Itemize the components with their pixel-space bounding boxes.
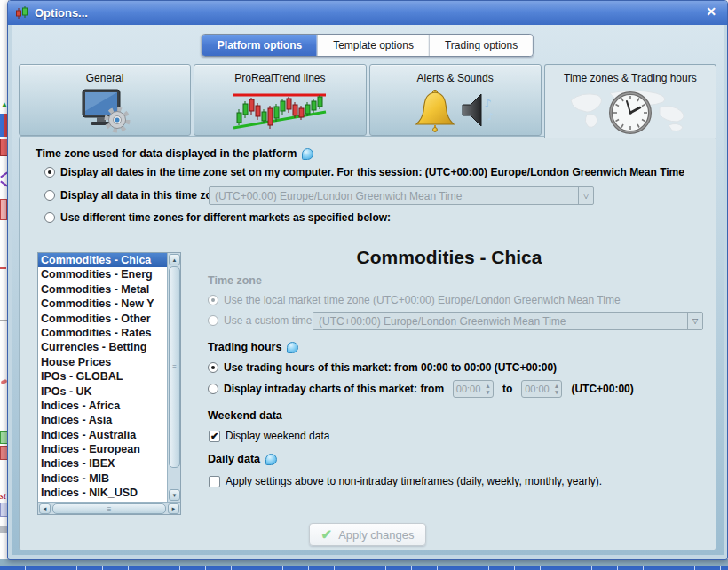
- to-time-spinner[interactable]: 00:00 ▴ ▾: [521, 380, 562, 398]
- timezone-dropdown-value: (UTC+00:00) Europe/London Greenwich Mean…: [210, 190, 578, 202]
- weekend-heading-label: Weekend data: [208, 409, 282, 422]
- trend-chart-icon: [194, 88, 365, 132]
- tab-general[interactable]: General: [19, 64, 191, 136]
- list-item-market[interactable]: Commodities - Metal: [38, 282, 167, 297]
- monitor-gear-icon: [20, 88, 190, 134]
- radio-intraday-hours[interactable]: Display intraday charts of this market: …: [208, 380, 634, 398]
- list-item-market[interactable]: Indices - Africa: [38, 399, 167, 413]
- list-item-market[interactable]: Indices - NIK_USD: [38, 486, 167, 500]
- radio-computer-timezone[interactable]: Display all dates in the time zone set o…: [44, 166, 684, 178]
- dialog-titlebar[interactable]: Options... ✕: [8, 1, 727, 25]
- daily-data-heading: Daily data: [208, 453, 277, 465]
- list-item-market[interactable]: Currencies - Betting: [38, 340, 167, 354]
- spinner-arrows-icon[interactable]: ▴ ▾: [551, 383, 561, 395]
- checkbox-checked[interactable]: ✔: [209, 431, 220, 442]
- list-item-market[interactable]: Commodities - Other: [38, 312, 167, 326]
- list-item-market[interactable]: Indices - MIB: [38, 471, 167, 486]
- to-time-value: 00:00: [522, 384, 551, 394]
- list-item-market[interactable]: Indices - Australia: [38, 428, 167, 442]
- scroll-down-icon[interactable]: ▼: [169, 489, 180, 501]
- help-bubble-icon[interactable]: [302, 148, 313, 160]
- from-time-spinner[interactable]: 00:00 ▴ ▾: [453, 380, 494, 398]
- background-cutoff-label: st: [0, 491, 6, 501]
- apply-changes-button[interactable]: ✔ Apply changes: [309, 523, 426, 546]
- timezone-section-label: Time zone used for data displayed in the…: [36, 147, 297, 160]
- list-item-market[interactable]: IPOs - GLOBAL: [38, 369, 167, 384]
- radio-per-market-timezone[interactable]: Use different time zones for different m…: [44, 211, 391, 224]
- dropdown-arrow-icon[interactable]: ▽: [687, 313, 702, 329]
- tab-alerts-sounds[interactable]: Alerts & Sounds: [369, 64, 542, 136]
- bell-speaker-icon: ♪ ♪: [370, 88, 541, 132]
- list-item-market[interactable]: IPOs - UK: [38, 384, 167, 399]
- radio-button[interactable]: [44, 190, 55, 201]
- scroll-left-icon[interactable]: ◄: [39, 503, 51, 514]
- radio-button[interactable]: [208, 315, 218, 326]
- list-item-market[interactable]: Commodities - Energ: [38, 267, 167, 281]
- time-zones-panel: Time zone used for data displayed in the…: [19, 136, 716, 550]
- weekend-checkbox-label: Display weekend data: [226, 430, 329, 442]
- timezone-section-title: Time zone used for data displayed in the…: [36, 147, 313, 160]
- tab-template-options[interactable]: Template options: [317, 35, 429, 56]
- music-note-glyph: ♪: [487, 111, 494, 123]
- daily-heading-label: Daily data: [208, 453, 260, 465]
- scroll-right-icon[interactable]: ►: [168, 503, 179, 514]
- scroll-up-icon[interactable]: ▲: [169, 254, 180, 265]
- background-table-header: [0, 566, 728, 570]
- market-list: Commodities - Chica Commodities - Energ …: [38, 253, 167, 502]
- tab-general-label: General: [20, 72, 190, 84]
- spinner-arrows-icon[interactable]: ▴ ▾: [483, 383, 493, 395]
- daily-data-checkbox-row[interactable]: Apply settings above to non-intraday tim…: [209, 475, 602, 487]
- radio-button[interactable]: [44, 212, 55, 223]
- spin-up-icon[interactable]: ▴: [487, 383, 490, 389]
- market-listbox: Commodities - Chica Commodities - Energ …: [37, 252, 181, 515]
- timezone-subsection-heading: Time zone: [208, 274, 262, 287]
- close-icon[interactable]: ✕: [706, 4, 716, 19]
- custom-timezone-dropdown-value: (UTC+00:00) Europe/London Greenwich Mean…: [313, 315, 687, 328]
- list-item-market[interactable]: Commodities - Rates: [38, 326, 167, 340]
- music-note-glyph: ♪: [484, 97, 491, 110]
- radio-button[interactable]: [208, 295, 218, 305]
- vertical-scroll-thumb[interactable]: ≡: [169, 266, 180, 468]
- tab-platform-options[interactable]: Platform options: [202, 35, 317, 56]
- spin-down-icon[interactable]: ▾: [487, 389, 490, 395]
- list-item-market[interactable]: Indices - European: [38, 442, 167, 456]
- help-bubble-icon[interactable]: [287, 342, 298, 353]
- to-label: to: [502, 383, 512, 395]
- radio-use-market-hours[interactable]: Use trading hours of this market: from 0…: [208, 361, 557, 374]
- top-tab-bar: Platform options Template options Tradin…: [202, 34, 534, 57]
- radio-local-market-timezone[interactable]: Use the local market time zone (UTC+00:0…: [208, 294, 621, 306]
- tab-prorealtrend-lines[interactable]: ProRealTrend lines: [194, 64, 366, 136]
- tab-trading-options[interactable]: Trading options: [429, 35, 533, 56]
- dropdown-arrow-icon[interactable]: ▽: [578, 187, 593, 204]
- horizontal-scroll-thumb[interactable]: ≡: [52, 503, 166, 514]
- spin-up-icon[interactable]: ▴: [555, 383, 558, 389]
- utc-suffix-label: (UTC+00:00): [571, 383, 633, 395]
- tab-prorealtrend-label: ProRealTrend lines: [194, 72, 365, 84]
- radio-per-market-label: Use different time zones for different m…: [60, 211, 391, 224]
- list-item-market[interactable]: House Prices: [38, 355, 167, 369]
- background-line-fragment: [0, 267, 6, 269]
- custom-timezone-dropdown: (UTC+00:00) Europe/London Greenwich Mean…: [313, 312, 703, 330]
- help-bubble-icon[interactable]: [265, 454, 277, 465]
- background-band: [0, 559, 728, 566]
- list-item-market[interactable]: Indices - IBEX: [38, 456, 167, 471]
- vertical-scrollbar[interactable]: ▲ ≡ ▼: [167, 253, 180, 502]
- checkbox-unchecked[interactable]: [209, 476, 220, 487]
- radio-button[interactable]: [44, 167, 55, 178]
- check-icon: ✔: [321, 526, 333, 542]
- weekend-data-checkbox-row[interactable]: ✔ Display weekend data: [209, 430, 329, 442]
- timezone-dropdown: (UTC+00:00) Europe/London Greenwich Mean…: [209, 186, 594, 205]
- background-bar-fragment: [0, 199, 7, 220]
- trading-hours-label: Trading hours: [208, 341, 281, 353]
- list-item-market[interactable]: Indices - Asia: [38, 413, 167, 427]
- radio-this-timezone[interactable]: Display all data in this time zone:: [44, 189, 228, 202]
- spin-down-icon[interactable]: ▾: [555, 389, 558, 395]
- list-item-market[interactable]: Commodities - New Y: [38, 297, 167, 311]
- radio-button[interactable]: [208, 384, 218, 394]
- list-item-market[interactable]: Commodities - Chica: [38, 253, 167, 267]
- tab-time-zones[interactable]: Time zones & Trading hours: [544, 64, 716, 138]
- radio-local-label: Use the local market time zone (UTC+00:0…: [224, 294, 621, 306]
- radio-market-hours-label: Use trading hours of this market: from 0…: [224, 361, 557, 374]
- horizontal-scrollbar[interactable]: ◄ ≡ ►: [38, 502, 180, 514]
- radio-button[interactable]: [208, 362, 218, 373]
